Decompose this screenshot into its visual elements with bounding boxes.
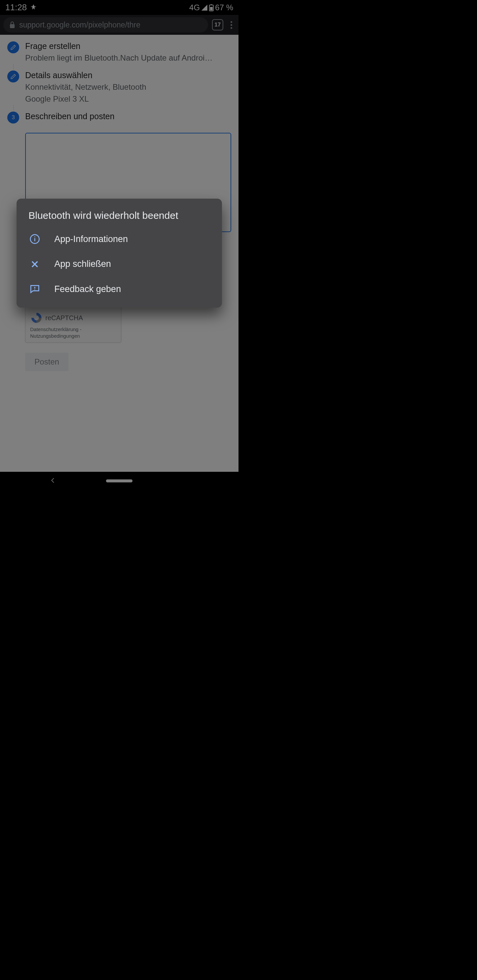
dialog-title: Bluetooth wird wiederholt beendet bbox=[17, 210, 222, 226]
svg-point-10 bbox=[34, 290, 35, 290]
feedback-label: Feedback geben bbox=[54, 284, 121, 294]
crash-dialog: Bluetooth wird wiederholt beendet App-In… bbox=[17, 199, 222, 307]
app-info-button[interactable]: App-Informationen bbox=[17, 226, 222, 251]
info-icon bbox=[29, 234, 41, 244]
svg-point-6 bbox=[34, 236, 35, 237]
feedback-icon bbox=[29, 284, 41, 294]
app-info-label: App-Informationen bbox=[54, 234, 128, 244]
feedback-button[interactable]: Feedback geben bbox=[17, 277, 222, 302]
close-app-label: App schließen bbox=[54, 259, 111, 269]
close-icon bbox=[29, 259, 41, 269]
close-app-button[interactable]: App schließen bbox=[17, 251, 222, 277]
